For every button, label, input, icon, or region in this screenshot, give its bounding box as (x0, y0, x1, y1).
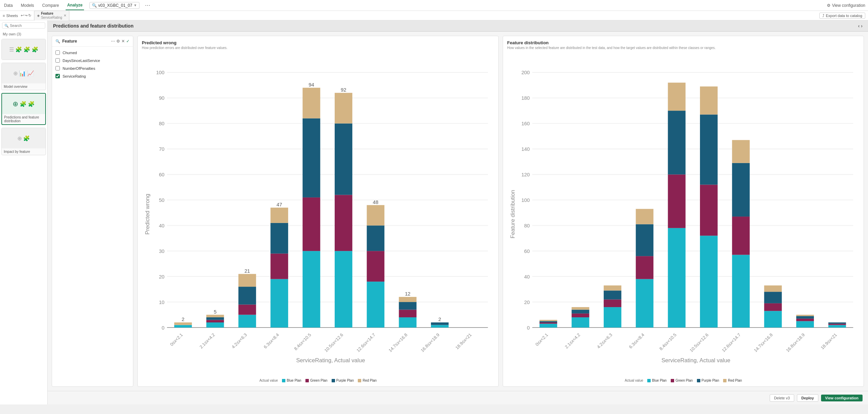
nav-search-box[interactable]: 🔍 v03_XGBC_01_07 ▼ (89, 2, 139, 9)
svg-rect-139 (796, 319, 814, 321)
sheets-button[interactable]: Sheets (6, 14, 18, 18)
sidebar-card-model-overview[interactable]: ⊕ 📊 📈 Model overview (1, 63, 46, 90)
service-rating-checkbox[interactable] (55, 74, 60, 78)
nav-models[interactable]: Models (19, 1, 35, 10)
svg-text:120: 120 (521, 172, 530, 177)
svg-rect-143 (828, 325, 846, 328)
thumb-bar-icon: 📊 (19, 70, 26, 77)
svg-text:70: 70 (159, 146, 164, 152)
churned-checkbox[interactable] (55, 50, 60, 55)
svg-text:160: 160 (521, 121, 530, 126)
svg-text:50: 50 (159, 197, 164, 203)
view-configuration-button[interactable]: ⚙ View configuration (827, 3, 865, 8)
svg-rect-103 (572, 317, 589, 328)
sidebar-card-1[interactable]: ☰ 🧩 🧩 🧩 (1, 39, 46, 60)
card-thumb-impact: ⊕ 🧩 (2, 128, 46, 148)
feature-tab[interactable]: ◈ Feature ServiceRating ✕ (34, 11, 69, 21)
predicted-wrong-subtitle: How prediction errors are distributed ov… (142, 46, 494, 50)
feature-panel-header: 🔍 Feature ⋯ ⚙ ✕ ✓ (52, 36, 133, 47)
back-icon[interactable]: ↩ (21, 13, 24, 18)
feature-item-service-rating[interactable]: ServiceRating (52, 72, 133, 80)
deploy-button[interactable]: Deploy (797, 394, 818, 402)
svg-rect-130 (732, 163, 750, 217)
nav-compare[interactable]: Compare (41, 1, 60, 10)
svg-text:20: 20 (159, 274, 164, 280)
svg-rect-100 (539, 321, 557, 322)
predicted-wrong-panel: Predicted wrong How prediction errors ar… (137, 36, 499, 387)
page-title: Predictions and feature distribution (53, 23, 133, 29)
svg-rect-35 (238, 287, 256, 304)
svg-rect-48 (303, 88, 320, 118)
penalties-checkbox[interactable] (55, 66, 60, 70)
legend-blue-dot (282, 379, 285, 382)
nav-data[interactable]: Data (3, 1, 14, 10)
legend-red-dot (358, 379, 361, 382)
svg-rect-118 (668, 228, 686, 328)
nav-dropdown-icon[interactable]: ▼ (134, 3, 137, 7)
svg-rect-140 (796, 316, 814, 318)
svg-rect-39 (270, 279, 288, 328)
feature-close-button[interactable]: ✕ (121, 39, 125, 44)
svg-text:21: 21 (245, 268, 250, 274)
export-button[interactable]: ⤴ Export data to catalog (819, 13, 865, 19)
svg-text:2.1≤x<4.2: 2.1≤x<4.2 (564, 332, 581, 350)
sidebar-card-impact[interactable]: ⊕ 🧩 Impact by feature (1, 128, 46, 155)
card-label-impact: Impact by feature (2, 148, 46, 155)
svg-rect-46 (303, 197, 320, 251)
feature-search-icon: 🔍 (55, 39, 60, 44)
legend-green-dot-right (671, 379, 674, 382)
nav-analyze[interactable]: Analyze (66, 1, 84, 10)
svg-rect-27 (206, 322, 224, 328)
svg-text:47: 47 (277, 202, 282, 207)
days-checkbox[interactable] (55, 58, 60, 63)
svg-text:8.4≤x<10.5: 8.4≤x<10.5 (293, 332, 312, 351)
sidebar-card-predictions[interactable]: ⊕ 🧩 🧩 Predictions and feature distributi… (1, 93, 46, 125)
feature-actions: ⋯ ⚙ ✕ ✓ (111, 39, 130, 44)
svg-text:0≤x<2.1: 0≤x<2.1 (169, 332, 184, 347)
feature-item-penalties[interactable]: NumberOfPenalties (52, 64, 133, 72)
prev-arrow[interactable]: ‹ (858, 23, 860, 29)
legend-blue: Blue Plan (282, 379, 301, 382)
feature-more-button[interactable]: ⋯ (111, 39, 115, 44)
sidebar-search[interactable]: 🔍 (2, 22, 45, 29)
service-rating-label: ServiceRating (63, 74, 86, 78)
feature-item-days[interactable]: DaysSinceLastService (52, 57, 133, 64)
svg-rect-134 (764, 303, 782, 311)
svg-text:16.8≤x<18.9: 16.8≤x<18.9 (420, 332, 440, 353)
svg-text:6.3≤x<8.4: 6.3≤x<8.4 (628, 332, 645, 350)
forward-icon[interactable]: ↪ (24, 13, 28, 18)
page-header: Predictions and feature distribution ‹ › (48, 20, 868, 32)
svg-rect-54 (335, 93, 352, 124)
svg-rect-57 (367, 282, 384, 328)
next-arrow[interactable]: › (861, 23, 863, 29)
export-icon: ⤴ (822, 14, 824, 18)
svg-rect-114 (636, 256, 653, 279)
legend-blue-label-right: Blue Plan (652, 379, 667, 382)
view-configuration-bottom-button[interactable]: View configuration (821, 395, 863, 401)
svg-text:80: 80 (524, 223, 530, 228)
svg-rect-65 (399, 302, 417, 309)
thumb-icon-1: ☰ (9, 46, 14, 53)
tab-close-button[interactable]: ✕ (64, 14, 66, 17)
feature-distribution-subtitle: How values in the selected feature are d… (507, 46, 859, 50)
second-right: ⤴ Export data to catalog (819, 13, 865, 19)
legend-actual-label-right: Actual value (625, 379, 643, 382)
svg-text:180: 180 (521, 95, 530, 101)
svg-text:20: 20 (524, 300, 530, 305)
svg-text:2: 2 (438, 317, 441, 322)
feature-settings-button[interactable]: ⚙ (116, 39, 120, 44)
svg-text:Predicted wrong: Predicted wrong (144, 194, 151, 235)
churned-label: Churned (63, 51, 77, 55)
delete-button[interactable]: Delete v3 (770, 394, 794, 402)
refresh-icon[interactable]: ↻ (28, 13, 31, 18)
icon-bars: ≡ (3, 14, 5, 18)
card-label-model: Model overview (2, 83, 46, 90)
svg-text:40: 40 (159, 223, 164, 228)
legend-green-right: Green Plan (671, 379, 693, 382)
feature-check-button[interactable]: ✓ (126, 39, 130, 44)
legend-green-label: Green Plan (310, 379, 328, 382)
sidebar-search-input[interactable] (10, 23, 43, 28)
feature-item-churned[interactable]: Churned (52, 49, 133, 57)
svg-text:0≤x<2.1: 0≤x<2.1 (534, 332, 549, 347)
nav-more-button[interactable]: ⋯ (145, 2, 150, 9)
